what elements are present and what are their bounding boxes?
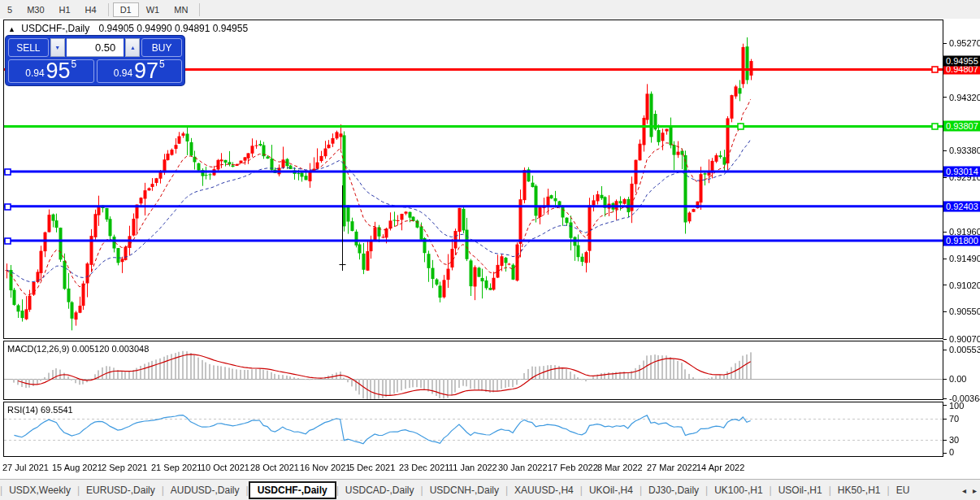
date-axis-label: 2 Sep 2021	[102, 463, 147, 472]
symbol-tab-eu[interactable]: EU	[890, 481, 917, 499]
macd-label: MACD(12,26,9) 0.005120 0.003048	[7, 344, 149, 354]
date-axis-label: 5 Dec 2021	[349, 463, 395, 472]
date-axis-label: 10 Oct 2021	[201, 463, 249, 472]
sell-price-box[interactable]: 0.94 95 5	[8, 59, 94, 83]
date-axis-label: 28 Oct 2021	[250, 463, 299, 472]
ohlc-values: 0.94905 0.94990 0.94891 0.94955	[99, 23, 249, 34]
symbol-tab-bar: |USDX,Weekly|EURUSD-,Daily|AUDUSD-,Daily…	[0, 479, 980, 500]
symbol-tab-xauusd-h4[interactable]: XAUUSD-,H4	[508, 481, 580, 499]
rsi-axis-label: 0	[949, 447, 954, 457]
toolbar-separator	[199, 3, 200, 16]
buy-price-pip: 5	[159, 59, 165, 70]
hline-price-badge: 0.93014	[943, 166, 980, 176]
volume-increase-button[interactable]: ▲	[125, 38, 140, 57]
timeframe-button-mn[interactable]: MN	[167, 2, 195, 17]
symbol-tab-usdchf-daily[interactable]: USDCHF-,Daily	[249, 481, 336, 499]
buy-price-prefix: 0.94	[114, 67, 132, 79]
date-axis-label: 8 Mar 2022	[597, 463, 643, 472]
timeframe-button-d1[interactable]: D1	[113, 2, 139, 17]
date-axis-label: 14 Apr 2022	[696, 463, 744, 472]
date-axis-label: 30 Jan 2022	[498, 463, 548, 472]
price-axis-label: 0.94320	[949, 93, 980, 102]
symbol-tab-usoil-h1[interactable]: USOil-,H1	[772, 481, 829, 499]
timeframe-toolbar: 5M30H1H4D1W1MN	[0, 0, 980, 19]
timeframe-button-m30[interactable]: M30	[20, 2, 51, 17]
symbol-tab-dj30-daily[interactable]: DJ30-,Daily	[642, 481, 705, 499]
price-axis-label: 0.90070	[949, 334, 980, 344]
price-axis-label: 0.91020	[949, 280, 980, 290]
collapse-arrow-icon[interactable]: ▲	[8, 25, 15, 33]
date-axis-label: 27 Mar 2022	[647, 463, 697, 472]
symbol-tab-audusd-daily[interactable]: AUDUSD-,Daily	[164, 481, 246, 499]
tab-scroll-left-icon[interactable]: ◂	[962, 486, 966, 495]
timeframe-button-w1[interactable]: W1	[139, 2, 167, 17]
volume-decrease-button[interactable]: ▼	[50, 38, 65, 57]
timeframe-button-h1[interactable]: H1	[52, 2, 78, 17]
price-axis-label: 0.90550	[949, 307, 980, 316]
sell-price-big: 95	[46, 60, 71, 81]
current-price-badge: 0.94955	[943, 56, 980, 67]
sell-button[interactable]: SELL	[8, 38, 49, 57]
symbol-tab-hk50-h1[interactable]: HK50-,H1	[831, 481, 887, 499]
volume-input[interactable]: 0.50	[67, 38, 124, 57]
symbol-tab-usdcad-daily[interactable]: USDCAD-,Daily	[339, 481, 421, 499]
one-click-trade-panel: SELL ▼ 0.50 ▲ BUY 0.94 95 5 0.94 97 5	[6, 36, 184, 85]
date-axis-label: 11 Jan 2022	[449, 463, 497, 472]
symbol-tab-usdcnh-daily[interactable]: USDCNH-,Daily	[423, 481, 505, 499]
date-axis-label: 16 Nov 2021	[300, 463, 350, 472]
symbol-tab-usdx-weekly[interactable]: USDX,Weekly	[2, 481, 77, 499]
hline-price-badge: 0.91800	[943, 235, 980, 246]
timeframe-button-h4[interactable]: H4	[78, 2, 104, 17]
symbol-tab-uk100-h1[interactable]: UK100-,H1	[708, 481, 769, 499]
platform-window: 5M30H1H4D1W1MN ▲ USDCHF-,Daily 0.94905 0…	[0, 0, 980, 500]
price-axis-label: 0.95270	[949, 38, 980, 48]
macd-axis-label: 0.00	[949, 374, 966, 384]
buy-button[interactable]: BUY	[141, 38, 182, 57]
rsi-label: RSI(14) 69.5541	[7, 405, 73, 415]
buy-price-box[interactable]: 0.94 97 5	[97, 59, 183, 83]
sell-price-prefix: 0.94	[25, 67, 44, 79]
rsi-axis-label: 100	[949, 401, 964, 411]
symbol-tab-eurusd-daily[interactable]: EURUSD-,Daily	[80, 481, 162, 499]
hline-price-badge: 0.92403	[943, 201, 980, 211]
timeframe-button-5[interactable]: 5	[0, 2, 20, 17]
hline-price-badge: 0.93807	[943, 121, 980, 132]
chart-title: ▲ USDCHF-,Daily 0.94905 0.94990 0.94891 …	[8, 23, 248, 34]
rsi-axis-label: 70	[949, 414, 959, 424]
price-axis-label: 0.91490	[949, 254, 980, 263]
tab-scroll-buttons: ◂▸	[959, 480, 977, 500]
date-axis-label: 23 Dec 2021	[399, 463, 449, 472]
tab-scroll-right-icon[interactable]: ▸	[973, 486, 977, 495]
buy-price-big: 97	[134, 60, 158, 81]
date-axis-label: 27 Jul 2021	[2, 463, 49, 472]
toolbar-separator	[108, 3, 109, 16]
date-axis-label: 21 Sep 2021	[151, 463, 202, 472]
symbol-tab-ukoil-h4[interactable]: UKOil-,H4	[583, 481, 640, 499]
date-axis-label: 17 Feb 2022	[548, 463, 598, 472]
sell-price-pip: 5	[72, 59, 77, 70]
macd-axis-label: 0.005537	[949, 345, 980, 354]
symbol-period-label: USDCHF-,Daily	[21, 23, 89, 34]
date-axis-label: 15 Aug 2021	[52, 463, 102, 472]
price-axis-label: 0.93380	[949, 146, 980, 155]
rsi-axis-label: 30	[949, 435, 959, 445]
